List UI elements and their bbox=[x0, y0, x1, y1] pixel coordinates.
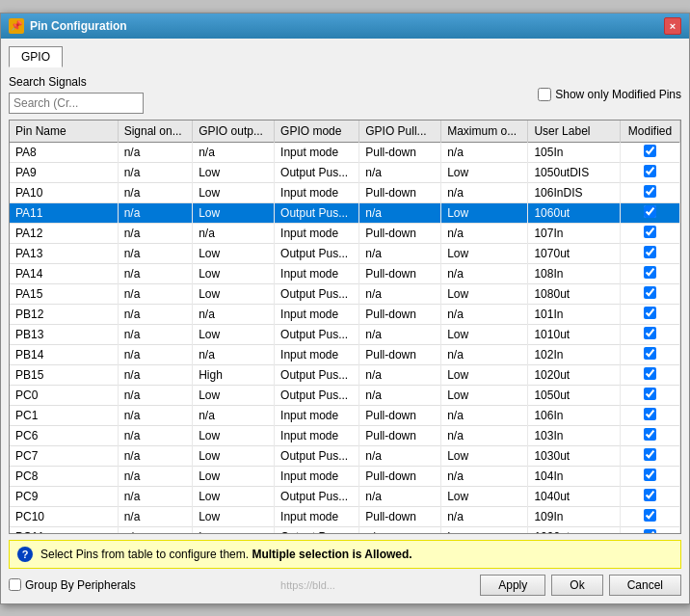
table-row[interactable]: PA11n/aLowOutput Pus...n/aLow1060ut bbox=[10, 202, 680, 223]
table-cell: n/a bbox=[441, 425, 528, 445]
show-modified-checkbox[interactable] bbox=[538, 88, 551, 101]
table-cell: 104In bbox=[528, 466, 621, 486]
table-cell: Input mode bbox=[275, 425, 359, 445]
modified-checkbox[interactable] bbox=[644, 509, 656, 522]
table-cell: n/a bbox=[441, 263, 528, 283]
table-body: PA8n/an/aInput modePull-downn/a105InPA9n… bbox=[10, 142, 680, 534]
modified-checkbox[interactable] bbox=[644, 286, 656, 299]
apply-button[interactable]: Apply bbox=[480, 575, 545, 596]
table-row[interactable]: PC8n/aLowInput modePull-downn/a104In bbox=[10, 466, 680, 486]
cancel-button[interactable]: Cancel bbox=[609, 575, 681, 596]
table-cell: PA14 bbox=[10, 263, 118, 283]
table-row[interactable]: PC6n/aLowInput modePull-downn/a103In bbox=[10, 425, 680, 445]
table-row[interactable]: PB12n/an/aInput modePull-downn/a101In bbox=[10, 304, 680, 324]
table-row[interactable]: PB14n/an/aInput modePull-downn/a102In bbox=[10, 344, 680, 364]
table-cell: PC10 bbox=[10, 506, 118, 526]
table-cell: Low bbox=[441, 526, 528, 534]
table-row[interactable]: PA13n/aLowOutput Pus...n/aLow1070ut bbox=[10, 243, 680, 263]
modified-cell bbox=[620, 344, 679, 364]
table-row[interactable]: PC10n/aLowInput modePull-downn/a109In bbox=[10, 506, 680, 526]
ok-button[interactable]: Ok bbox=[551, 575, 602, 596]
header-gpio-mode: GPIO mode bbox=[275, 121, 359, 143]
table-row[interactable]: PB13n/aLowOutput Pus...n/aLow1010ut bbox=[10, 324, 680, 344]
modified-cell bbox=[620, 445, 679, 466]
search-input[interactable] bbox=[9, 93, 144, 114]
modified-checkbox[interactable] bbox=[644, 489, 656, 501]
modified-checkbox[interactable] bbox=[644, 448, 656, 461]
table-cell: Output Pus... bbox=[275, 202, 359, 223]
table-cell: n/a bbox=[193, 344, 275, 364]
table-cell: Input mode bbox=[275, 182, 359, 202]
modified-checkbox[interactable] bbox=[644, 388, 656, 400]
table-cell: n/a bbox=[118, 142, 193, 162]
table-cell: n/a bbox=[359, 364, 441, 385]
modified-cell bbox=[620, 182, 679, 202]
table-cell: n/a bbox=[118, 243, 193, 263]
modified-checkbox[interactable] bbox=[644, 185, 656, 198]
modified-checkbox[interactable] bbox=[644, 327, 656, 339]
table-cell: n/a bbox=[441, 142, 528, 162]
table-cell: Low bbox=[193, 283, 275, 304]
show-modified-label: Show only Modified Pins bbox=[555, 88, 681, 101]
search-label: Search Signals bbox=[9, 75, 144, 89]
table-cell: n/a bbox=[359, 385, 441, 405]
table-row[interactable]: PA9n/aLowOutput Pus...n/aLow1050utDIS bbox=[10, 162, 680, 182]
tab-gpio[interactable]: GPIO bbox=[9, 46, 63, 67]
modified-checkbox[interactable] bbox=[644, 165, 656, 177]
table-cell: Input mode bbox=[275, 506, 359, 526]
window-icon: 📌 bbox=[9, 18, 24, 34]
modified-checkbox[interactable] bbox=[644, 246, 656, 258]
table-row[interactable]: PC0n/aLowOutput Pus...n/aLow1050ut bbox=[10, 385, 680, 405]
table-cell: 103In bbox=[528, 425, 621, 445]
table-row[interactable]: PA8n/an/aInput modePull-downn/a105In bbox=[10, 142, 680, 162]
close-button[interactable]: × bbox=[664, 17, 681, 35]
table-cell: Low bbox=[441, 162, 528, 182]
table-row[interactable]: PA14n/aLowInput modePull-downn/a108In bbox=[10, 263, 680, 283]
table-row[interactable]: PA15n/aLowOutput Pus...n/aLow1080ut bbox=[10, 283, 680, 304]
table-cell: Low bbox=[193, 182, 275, 202]
modified-cell bbox=[620, 263, 679, 283]
table-row[interactable]: PC7n/aLowOutput Pus...n/aLow1030ut bbox=[10, 445, 680, 466]
pin-table-container: Pin Name Signal on... GPIO outp... GPIO … bbox=[9, 120, 681, 534]
table-row[interactable]: PC1n/an/aInput modePull-downn/a106In bbox=[10, 405, 680, 425]
table-cell: n/a bbox=[359, 202, 441, 223]
table-row[interactable]: PA12n/an/aInput modePull-downn/a107In bbox=[10, 223, 680, 243]
modified-cell bbox=[620, 243, 679, 263]
modified-checkbox[interactable] bbox=[644, 145, 656, 157]
modified-cell bbox=[620, 486, 679, 506]
table-cell: Pull-down bbox=[359, 142, 441, 162]
table-row[interactable]: PB15n/aHighOutput Pus...n/aLow1020ut bbox=[10, 364, 680, 385]
button-group: Apply Ok Cancel bbox=[480, 575, 681, 596]
header-user-label: User Label bbox=[528, 121, 621, 143]
table-cell: n/a bbox=[118, 425, 193, 445]
modified-checkbox[interactable] bbox=[644, 266, 656, 279]
table-cell: 1020ut bbox=[528, 364, 621, 385]
modified-checkbox[interactable] bbox=[644, 408, 656, 420]
modified-checkbox[interactable] bbox=[644, 347, 656, 360]
table-cell: Input mode bbox=[275, 223, 359, 243]
group-by-peripherals-checkbox[interactable] bbox=[9, 578, 21, 591]
modified-checkbox[interactable] bbox=[644, 226, 656, 238]
modified-cell bbox=[620, 202, 679, 223]
table-cell: PC7 bbox=[10, 445, 118, 466]
table-cell: Pull-down bbox=[359, 182, 441, 202]
table-cell: Output Pus... bbox=[275, 526, 359, 534]
modified-checkbox[interactable] bbox=[644, 367, 656, 380]
table-row[interactable]: PC9n/aLowOutput Pus...n/aLow1040ut bbox=[10, 486, 680, 506]
modified-checkbox[interactable] bbox=[644, 529, 656, 534]
table-row[interactable]: PC11n/aLowOutput Pus...n/aLow1090ut bbox=[10, 526, 680, 534]
table-cell: 107In bbox=[528, 223, 621, 243]
modified-checkbox[interactable] bbox=[644, 307, 656, 319]
table-cell: n/a bbox=[441, 223, 528, 243]
modified-checkbox[interactable] bbox=[644, 428, 656, 441]
table-cell: PB12 bbox=[10, 304, 118, 324]
table-cell: PB13 bbox=[10, 324, 118, 344]
table-cell: Low bbox=[193, 202, 275, 223]
modified-checkbox[interactable] bbox=[644, 469, 656, 481]
search-section: Search Signals bbox=[9, 75, 144, 114]
table-row[interactable]: PA10n/aLowInput modePull-downn/a106InDIS bbox=[10, 182, 680, 202]
table-cell: Input mode bbox=[275, 344, 359, 364]
modified-cell bbox=[620, 283, 679, 304]
table-cell: PB14 bbox=[10, 344, 118, 364]
modified-checkbox[interactable] bbox=[644, 205, 656, 218]
